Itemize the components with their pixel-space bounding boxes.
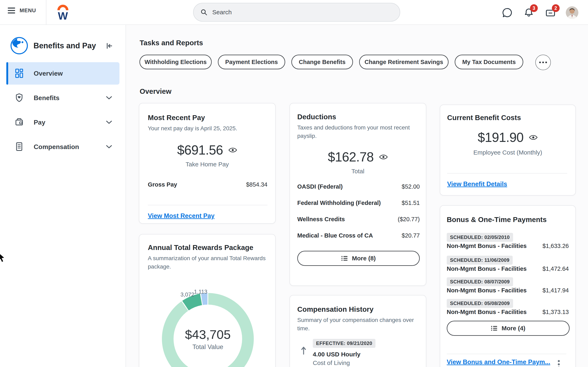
topbar: MENU W 3 2 — [0, 0, 588, 25]
deductions-card: Deductions Taxes and deductions from you… — [290, 103, 426, 286]
bonus-overflow-menu-icon[interactable] — [558, 360, 560, 367]
bonus-entry-value: $1,633.26 — [543, 243, 569, 249]
divider — [447, 354, 566, 354]
sidebar-item-label: Benefits — [34, 94, 60, 102]
view-most-recent-pay-link[interactable]: View Most Recent Pay — [148, 212, 215, 220]
task-pill-payment-elections[interactable]: Payment Elections — [218, 55, 285, 69]
sidebar-item-compensation[interactable]: Compensation — [6, 136, 120, 158]
bonus-entry-value: $1,472.64 — [543, 266, 569, 272]
sidebar-item-pay[interactable]: Pay — [6, 111, 120, 133]
card-title: Deductions — [297, 113, 336, 121]
task-pill-my-tax-documents[interactable]: My Tax Documents — [455, 55, 523, 69]
task-pill-change-benefits[interactable]: Change Benefits — [291, 55, 353, 69]
eye-icon[interactable] — [379, 154, 388, 160]
amount-label: Take Home Pay — [139, 161, 275, 168]
scheduled-badge: SCHEDULED: 11/06/2009 — [447, 256, 513, 265]
shield-heart-icon — [15, 93, 23, 103]
card-title: Compensation History — [297, 305, 373, 313]
wallet-icon — [15, 118, 23, 127]
logo-letter: W — [58, 10, 68, 21]
sidebar-item-benefits[interactable]: Benefits — [6, 87, 120, 109]
collapse-sidebar-icon[interactable] — [106, 42, 113, 49]
deduction-row-value: ($20.77) — [398, 216, 420, 223]
topbar-divider — [46, 0, 46, 25]
deduction-row-value: $52.00 — [402, 183, 420, 190]
task-pill-change-retirement-savings[interactable]: Change Retirement Savings — [359, 55, 449, 69]
notifications-count-badge[interactable]: 3 — [530, 4, 538, 12]
view-bonus-payments-link[interactable]: View Bonus and One-Time Paym... — [447, 359, 550, 366]
deduction-row-label: Wellness Credits — [297, 216, 345, 223]
deduction-row-label: Medical - Blue Cross of CA — [297, 232, 373, 239]
sidebar-item-label: Pay — [34, 119, 45, 126]
view-benefit-details-link[interactable]: View Benefit Details — [447, 180, 507, 188]
workday-logo[interactable]: W — [56, 4, 69, 21]
chevron-down-icon — [106, 145, 112, 149]
bonus-payments-card: Bonus & One-Time Payments SCHEDULED: 02/… — [440, 205, 576, 367]
tasks-more-button[interactable] — [535, 55, 551, 70]
deduction-row-value: $20.77 — [402, 232, 420, 239]
inbox-count-badge[interactable]: 2 — [552, 4, 560, 12]
bonus-entry-label: Non-Mgmt Bonus - Facilities — [447, 266, 527, 272]
bonus-entry-label: Non-Mgmt Bonus - Facilities — [447, 287, 527, 294]
scheduled-badge: SCHEDULED: 05/08/2009 — [447, 299, 513, 308]
deductions-total-amount: $162.78 — [328, 150, 374, 165]
compensation-entry-reason: Cost of Living — [313, 359, 350, 366]
global-search[interactable] — [193, 3, 400, 22]
sidebar-item-label: Compensation — [34, 143, 79, 151]
sidebar: Benefits and Pay Overview Benefits — [0, 25, 126, 367]
card-title: Most Recent Pay — [148, 114, 205, 122]
current-benefit-costs-card: Current Benefit Costs $191.90 Employee C… — [440, 105, 576, 196]
eye-icon[interactable] — [228, 147, 237, 153]
more-button-label: More (4) — [502, 325, 526, 332]
take-home-pay-amount: $691.56 — [177, 142, 223, 158]
benefit-cost-amount: $191.90 — [478, 130, 523, 145]
task-pill-withholding-elections[interactable]: Withholding Elections — [139, 55, 212, 69]
deduction-row-value: $51.51 — [402, 200, 420, 206]
card-subtitle: Your next pay day is April 25, 2025. — [148, 124, 237, 133]
card-title: Current Benefit Costs — [447, 114, 521, 122]
deduction-row-label: OASDI (Federal) — [297, 183, 343, 190]
deduction-row-label: Federal Withholding (Federal) — [297, 200, 381, 206]
profile-avatar[interactable] — [566, 6, 579, 19]
global-menu-button[interactable]: MENU — [8, 7, 36, 14]
tasks-and-reports-heading: Tasks and Reports — [140, 39, 203, 47]
most-recent-pay-card: Most Recent Pay Your next pay day is Apr… — [139, 103, 276, 224]
selected-accent-bar — [6, 62, 8, 85]
scheduled-badge: SCHEDULED: 08/07/2009 — [447, 277, 513, 286]
logo-arc-icon — [59, 6, 67, 10]
donut-callout-1113: 1,113 — [194, 289, 208, 295]
compensation-entry-amount: 4.00 USD Hourly — [313, 351, 360, 358]
gross-pay-label: Gross Pay — [148, 181, 177, 188]
amount-label: Employee Cost (Monthly) — [440, 149, 575, 156]
card-subtitle: Taxes and deductions from your most rece… — [297, 123, 424, 140]
bonus-entry-value: $1,417.94 — [543, 287, 569, 294]
benefits-and-pay-page: MENU W 3 2 — [0, 0, 588, 367]
chevron-down-icon — [106, 120, 112, 124]
chevron-down-icon — [106, 96, 112, 100]
sidebar-title: Benefits and Pay — [34, 42, 96, 50]
card-title: Annual Total Rewards Package — [148, 243, 253, 252]
amount-label: Total — [290, 168, 426, 175]
bonus-entry-label: Non-Mgmt Bonus - Facilities — [447, 243, 527, 249]
list-icon — [491, 325, 498, 331]
effective-date-badge: EFFECTIVE: 09/21/2020 — [313, 339, 375, 348]
search-input[interactable] — [212, 9, 393, 16]
eye-icon[interactable] — [529, 134, 538, 141]
sidebar-item-label: Overview — [34, 70, 63, 77]
card-title: Bonus & One-Time Payments — [447, 216, 546, 224]
deductions-more-button[interactable]: More (8) — [297, 251, 420, 266]
increase-arrow-icon — [301, 346, 306, 355]
total-value-amount: $43,705 — [185, 327, 231, 342]
menu-label: MENU — [20, 7, 36, 14]
scheduled-badge: SCHEDULED: 02/05/2010 — [447, 233, 513, 242]
chat-icon[interactable] — [502, 7, 513, 18]
sidebar-header: Benefits and Pay — [10, 36, 96, 55]
compensation-history-card: Compensation History Summary of your com… — [290, 295, 426, 367]
card-subtitle: Summary of your compensation changes ove… — [297, 316, 420, 333]
divider — [148, 205, 268, 205]
search-icon — [200, 8, 208, 16]
bonus-more-button[interactable]: More (4) — [447, 321, 570, 336]
dashboard-grid-icon — [15, 69, 23, 78]
donut-callout-3072: 3,072 — [181, 292, 194, 298]
sidebar-item-overview[interactable]: Overview — [6, 62, 120, 85]
